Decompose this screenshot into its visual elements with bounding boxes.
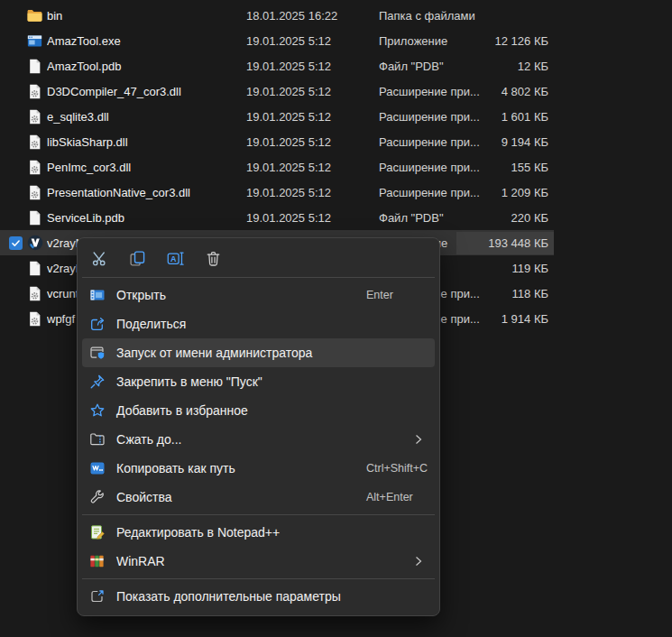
menu-item-edit-with-notepadpp[interactable]: Редактировать в Notepad++ (82, 518, 435, 547)
menu-separator (82, 277, 435, 278)
dll-file-icon (27, 185, 42, 200)
document-icon (27, 59, 42, 74)
zip-folder-icon (89, 431, 106, 448)
file-name: PenImc_cor3.dll (47, 161, 246, 174)
chevron-right-icon (414, 556, 423, 567)
show-more-icon (89, 588, 106, 605)
file-size: 155 КБ (487, 161, 554, 174)
file-date: 19.01.2025 5:12 (246, 135, 379, 149)
wrench-icon (89, 489, 106, 505)
table-row[interactable]: libSkiaSharp.dll 19.01.2025 5:12 Расшире… (0, 129, 554, 154)
table-row[interactable]: ServiceLib.pdb 19.01.2025 5:12 Файл "PDB… (0, 205, 554, 230)
menu-item-properties[interactable]: Свойства Alt+Enter (82, 483, 435, 512)
star-icon (89, 402, 106, 419)
menu-item-show-more-options[interactable]: Показать дополнительные параметры (82, 582, 435, 611)
file-type: Расширение при... (379, 186, 487, 199)
copy-button[interactable] (126, 247, 149, 270)
chevron-right-icon (414, 434, 423, 445)
menu-item-label: WinRAR (116, 554, 165, 568)
checkmark-icon (11, 238, 21, 248)
table-row[interactable]: PenImc_cor3.dll 19.01.2025 5:12 Расширен… (0, 154, 554, 180)
file-type: Приложение (379, 34, 487, 48)
file-name: D3DCompiler_47_cor3.dll (47, 85, 246, 98)
menu-item-share[interactable]: Поделиться (82, 309, 435, 338)
delete-icon (205, 250, 222, 267)
context-menu: Открыть Enter Поделиться Запуск от имени… (77, 237, 440, 616)
menu-item-label: Поделиться (116, 317, 186, 331)
dll-file-icon (27, 286, 42, 301)
file-type: Расширение при... (379, 85, 487, 98)
file-size: 220 КБ (487, 211, 554, 225)
file-date: 19.01.2025 5:12 (246, 110, 379, 124)
table-row[interactable]: e_sqlite3.dll 19.01.2025 5:12 Расширение… (0, 104, 554, 129)
application-icon (27, 33, 42, 49)
menu-item-open[interactable]: Открыть Enter (82, 281, 435, 309)
delete-button[interactable] (202, 247, 225, 270)
file-size: 12 126 КБ (487, 34, 554, 48)
menu-item-label: Свойства (116, 490, 171, 504)
row-checkbox[interactable] (9, 236, 23, 250)
file-date: 19.01.2025 5:12 (246, 60, 379, 73)
file-size: 119 КБ (487, 262, 554, 275)
menu-item-label: Закрепить в меню "Пуск" (116, 374, 262, 389)
table-row[interactable]: bin 18.01.2025 16:22 Папка с файлами (0, 3, 554, 28)
file-name: bin (47, 9, 246, 23)
file-type: Файл "PDB" (379, 211, 487, 225)
menu-item-pin-to-start[interactable]: Закрепить в меню "Пуск" (82, 367, 435, 396)
file-date: 19.01.2025 5:12 (246, 211, 379, 225)
file-size: 1 601 КБ (487, 110, 554, 124)
file-name: e_sqlite3.dll (47, 110, 246, 124)
shortcut-text: Ctrl+Shift+C (366, 462, 428, 475)
document-icon (27, 261, 42, 276)
file-name: PresentationNative_cor3.dll (47, 186, 246, 199)
file-size: 118 КБ (487, 287, 554, 300)
table-row[interactable]: AmazTool.exe 19.01.2025 5:12 Приложение … (0, 28, 554, 53)
rename-icon (167, 250, 184, 267)
cut-icon (91, 250, 108, 267)
cut-button[interactable] (88, 247, 111, 270)
file-size: 12 КБ (487, 60, 554, 73)
file-size: 1 914 КБ (487, 312, 554, 326)
file-date: 19.01.2025 5:12 (246, 186, 379, 199)
menu-separator (82, 578, 435, 579)
file-type: Расширение при... (379, 110, 487, 124)
menu-item-label: Сжать до... (116, 432, 181, 447)
dll-file-icon (27, 134, 42, 150)
dll-file-icon (27, 84, 42, 99)
folder-icon (27, 8, 42, 23)
table-row[interactable]: AmazTool.pdb 19.01.2025 5:12 Файл "PDB" … (0, 53, 554, 78)
menu-item-label: Открыть (116, 288, 166, 302)
menu-item-add-to-favorites[interactable]: Добавить в избранное (82, 396, 435, 425)
file-date: 19.01.2025 5:12 (246, 161, 379, 174)
rename-button[interactable] (164, 247, 187, 270)
table-row[interactable]: D3DCompiler_47_cor3.dll 19.01.2025 5:12 … (0, 78, 554, 104)
copy-path-icon (89, 460, 106, 476)
menu-item-label: Добавить в избранное (116, 403, 248, 418)
file-date: 19.01.2025 5:12 (246, 34, 379, 48)
file-size: 1 209 КБ (487, 186, 554, 199)
menu-separator (82, 514, 435, 515)
dll-file-icon (27, 160, 42, 175)
file-size: 193 448 КБ (456, 232, 554, 254)
pin-icon (89, 374, 106, 390)
menu-item-label: Запуск от имени администратора (116, 346, 312, 360)
file-type: Файл "PDB" (379, 60, 487, 73)
menu-item-run-as-admin[interactable]: Запуск от имени администратора (82, 338, 435, 367)
menu-item-winrar[interactable]: WinRAR (82, 547, 435, 576)
file-type: Папка с файлами (379, 9, 487, 23)
table-row[interactable]: PresentationNative_cor3.dll 19.01.2025 5… (0, 180, 554, 205)
quick-actions-bar (78, 242, 439, 274)
v2rayn-app-icon (27, 235, 43, 251)
menu-item-compress-to[interactable]: Сжать до... (82, 425, 435, 454)
share-icon (89, 316, 106, 332)
file-name: ServiceLib.pdb (47, 211, 246, 225)
document-icon (27, 210, 42, 226)
file-date: 19.01.2025 5:12 (246, 85, 379, 98)
admin-shield-icon (89, 345, 106, 361)
file-date: 18.01.2025 16:22 (246, 9, 379, 23)
menu-item-label: Копировать как путь (116, 461, 235, 475)
menu-item-copy-as-path[interactable]: Копировать как путь Ctrl+Shift+C (82, 454, 435, 483)
file-size: 9 194 КБ (487, 135, 554, 149)
dll-file-icon (27, 311, 42, 327)
winrar-icon (89, 553, 106, 569)
